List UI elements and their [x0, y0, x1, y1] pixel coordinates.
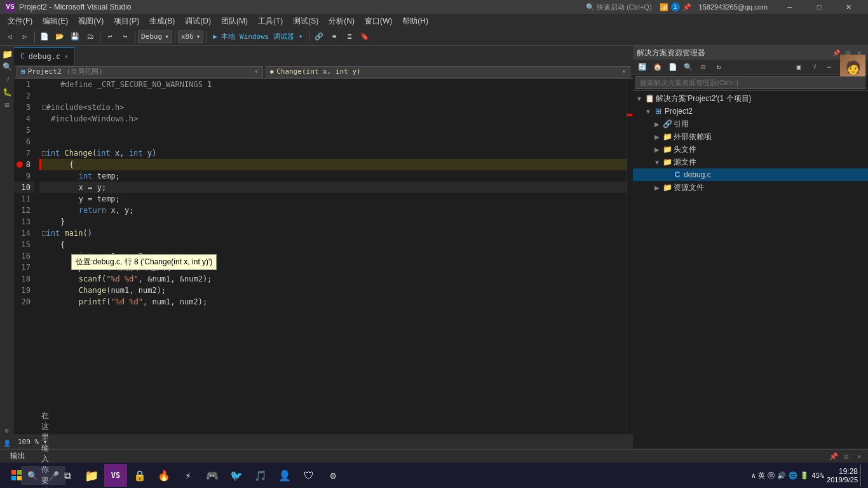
code-content[interactable]: #define _CRT_SECURE_NO_WARNINGS 1 □#incl…: [39, 79, 627, 435]
close-button[interactable]: ✕: [834, 0, 863, 14]
taskbar-settings-icon[interactable]: ⚙: [322, 464, 344, 487]
taskbar-search[interactable]: 🔍 在这里输入你要搜索的内容 🎤: [32, 464, 55, 487]
account-icon[interactable]: 👤: [1, 437, 13, 449]
menu-tools[interactable]: 工具(T): [253, 14, 288, 28]
code-line-4: #include<Windows.h>: [39, 113, 627, 125]
tree-item-debug-c[interactable]: ▶ C debug.c: [633, 168, 868, 181]
scroll-indicator[interactable]: [627, 79, 633, 435]
network-icon[interactable]: 🌐: [789, 471, 797, 480]
code-line-10: x = y;: [39, 182, 627, 193]
menu-test[interactable]: 测试(S): [288, 14, 323, 28]
platform-dropdown[interactable]: x86 ▾: [178, 30, 204, 43]
menu-bar: 文件(F) 编辑(E) 视图(V) 项目(P) 生成(B) 调试(D) 团队(M…: [0, 14, 868, 28]
tree-item-sources[interactable]: ▼ 📁 源文件: [633, 156, 868, 168]
undo-btn[interactable]: ↩: [103, 30, 117, 44]
member-dropdown[interactable]: ◆ Change(int x, int y) ▾: [266, 66, 630, 78]
bookmark-btn[interactable]: 🔖: [358, 30, 372, 44]
taskbar-thunder-icon[interactable]: ⚡: [177, 464, 200, 487]
taskbar-music-icon[interactable]: 🎵: [249, 464, 272, 487]
title-bar: VS Project2 - Microsoft Visual Studio 🔍 …: [0, 0, 868, 14]
taskbar-shield-icon[interactable]: 🛡: [297, 464, 320, 487]
se-search-input[interactable]: [635, 76, 865, 89]
se-git-btn[interactable]: ⑂: [807, 60, 821, 74]
battery-icon[interactable]: 🔋: [800, 471, 809, 480]
format2-btn[interactable]: ≣: [342, 30, 356, 44]
se-props-btn[interactable]: 🏠: [651, 60, 665, 74]
minimize-button[interactable]: ─: [775, 0, 804, 14]
taskbar-bird-icon[interactable]: 🐦: [225, 464, 248, 487]
forward-btn[interactable]: ▷: [18, 30, 32, 44]
output-tab[interactable]: 输出: [4, 450, 32, 464]
menu-file[interactable]: 文件(F): [3, 14, 37, 28]
back-btn[interactable]: ◁: [3, 30, 17, 44]
se-view-btn[interactable]: ▣: [792, 60, 806, 74]
tree-item-resources[interactable]: ▶ 📁 资源文件: [633, 181, 868, 194]
sys-tray-expand[interactable]: ∧: [752, 471, 756, 480]
code-line-11: y = temp;: [39, 193, 627, 205]
volume-icon[interactable]: 🔊: [777, 471, 786, 480]
se-more-btn[interactable]: ⋯: [822, 60, 836, 74]
open-btn[interactable]: 📂: [53, 30, 67, 44]
menu-team[interactable]: 团队(M): [216, 14, 253, 28]
menu-view[interactable]: 视图(V): [73, 14, 109, 28]
panel-pin-btn[interactable]: 📌: [829, 452, 839, 462]
menu-project[interactable]: 项目(P): [109, 14, 144, 28]
se-refresh-btn[interactable]: ↻: [712, 60, 726, 74]
format-btn[interactable]: ≡: [327, 30, 341, 44]
se-collapse-btn[interactable]: ⊟: [696, 60, 710, 74]
config-dropdown[interactable]: Debug ▾: [138, 30, 172, 43]
output-tabs: 输出: [4, 450, 32, 464]
menu-help[interactable]: 帮助(H): [397, 14, 433, 28]
redo-btn[interactable]: ↪: [118, 30, 132, 44]
save-all-btn[interactable]: 🗂: [83, 30, 97, 44]
activity-ext[interactable]: ⊞: [1, 99, 13, 111]
editor-area: C debug.c ✕ ⊞ Project2 (全局范围) ▾ ◆ Change…: [14, 46, 633, 449]
tree-item-solution[interactable]: ▼ 📋 解决方案'Project2'(1 个项目): [633, 92, 868, 105]
se-sync-btn[interactable]: 🔄: [635, 60, 649, 74]
taskbar-lock-icon[interactable]: 🔒: [128, 464, 151, 487]
tree-item-ext-deps[interactable]: ▶ 📁 外部依赖项: [633, 130, 868, 143]
taskbar-task-view[interactable]: ⧉: [56, 464, 79, 487]
sep3: [135, 31, 135, 43]
input-method-icon[interactable]: 英: [758, 471, 765, 480]
save-btn[interactable]: 💾: [68, 30, 82, 44]
editor-tab-debug-c[interactable]: C debug.c ✕: [14, 47, 75, 65]
editor-footer: 109 % ▾: [14, 435, 633, 449]
tree-item-headers[interactable]: ▶ 📁 头文件: [633, 143, 868, 156]
menu-debug[interactable]: 调试(D): [180, 14, 216, 28]
taskbar-vs-icon[interactable]: VS: [104, 464, 127, 487]
activity-debug[interactable]: 🐛: [1, 86, 13, 98]
activity-git[interactable]: ⑂: [1, 74, 13, 85]
code-area: 1 2 3 4 5 6 7 8 9 10 11 12 13 14 15 16 1…: [14, 79, 633, 435]
panel-close-btn[interactable]: ✕: [854, 452, 864, 462]
menu-window[interactable]: 窗口(W): [360, 14, 397, 28]
scope-dropdown[interactable]: ⊞ Project2 (全局范围) ▾: [17, 66, 263, 78]
taskbar-fire-icon[interactable]: 🔥: [153, 464, 175, 487]
c-file-icon: C: [20, 52, 25, 60]
settings-gear-icon[interactable]: ⚙: [1, 424, 13, 436]
maximize-button[interactable]: □: [804, 0, 834, 14]
tree-item-refs[interactable]: ▶ 🔗 引用: [633, 118, 868, 130]
se-show-files-btn[interactable]: 📄: [666, 60, 680, 74]
taskbar-explorer[interactable]: 📁: [80, 464, 103, 487]
attach-btn[interactable]: 🔗: [312, 30, 326, 44]
menu-build[interactable]: 生成(B): [144, 14, 180, 28]
activity-search[interactable]: 🔍: [1, 61, 13, 72]
line-6: 6: [14, 136, 34, 147]
clock[interactable]: 19:28 2019/9/25: [827, 467, 858, 484]
tab-close-button[interactable]: ✕: [64, 53, 68, 60]
menu-analyze[interactable]: 分析(N): [323, 14, 360, 28]
new-file-btn[interactable]: 📄: [37, 30, 51, 44]
activity-explore[interactable]: 📁: [1, 48, 13, 60]
tree-item-project2[interactable]: ▼ ⊞ Project2: [633, 105, 868, 118]
se-filter-btn[interactable]: 🔍: [681, 60, 695, 74]
run-debugger-button[interactable]: ▶ 本地 Windows 调试器 ▾: [209, 30, 306, 44]
ime-icon[interactable]: ⓔ: [768, 471, 775, 480]
show-desktop-btn[interactable]: [860, 464, 865, 487]
taskbar-avatar-icon[interactable]: 👤: [273, 464, 296, 487]
solution-label: 解决方案'Project2'(1 个项目): [656, 93, 752, 104]
panel-float-btn[interactable]: ⊡: [841, 452, 851, 462]
menu-edit[interactable]: 编辑(E): [37, 14, 73, 28]
quick-launch-label: 🔍 快速启动 (Ctrl+Q): [586, 3, 652, 12]
taskbar-game-icon[interactable]: 🎮: [201, 464, 224, 487]
